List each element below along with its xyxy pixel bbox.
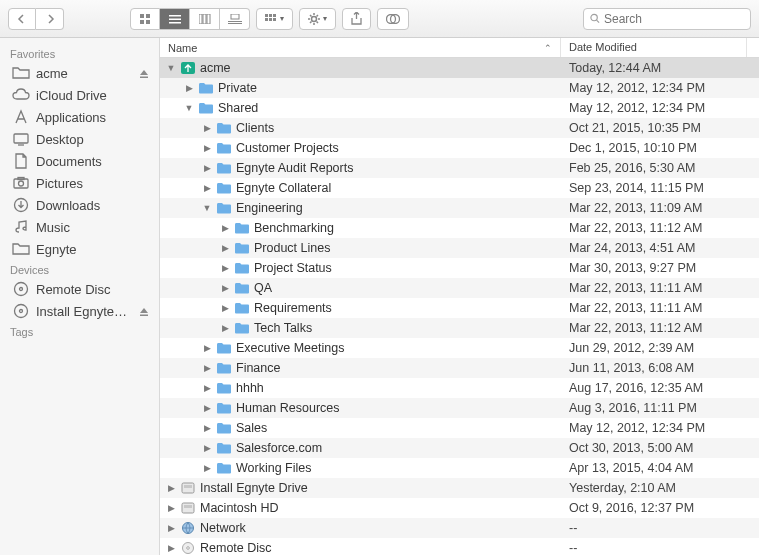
edit-tags-button[interactable] <box>377 8 409 30</box>
disclosure-triangle-icon[interactable]: ▶ <box>202 403 212 413</box>
file-row[interactable]: ▶Remote Disc-- <box>160 538 759 555</box>
file-date: Jun 29, 2012, 2:39 AM <box>561 341 747 355</box>
sidebar-item[interactable]: Downloads <box>0 194 159 216</box>
file-row[interactable]: ▶SalesMay 12, 2012, 12:34 PM <box>160 418 759 438</box>
folder-icon <box>216 141 232 155</box>
file-row[interactable]: ▶Macintosh HDOct 9, 2016, 12:37 PM <box>160 498 759 518</box>
file-date: Mar 22, 2013, 11:12 AM <box>561 321 747 335</box>
sidebar-item[interactable]: Desktop <box>0 128 159 150</box>
disclosure-triangle-icon[interactable]: ▼ <box>166 63 176 73</box>
file-row[interactable]: ▶Executive MeetingsJun 29, 2012, 2:39 AM <box>160 338 759 358</box>
file-row[interactable]: ▶Tech TalksMar 22, 2013, 11:12 AM <box>160 318 759 338</box>
disc-icon <box>12 281 30 297</box>
egnyte-icon <box>180 61 196 75</box>
sidebar-item[interactable]: Music <box>0 216 159 238</box>
sidebar-item[interactable]: Documents <box>0 150 159 172</box>
file-row[interactable]: ▶Egnyte Audit ReportsFeb 25, 2016, 5:30 … <box>160 158 759 178</box>
file-row[interactable]: ▶Project StatusMar 30, 2013, 9:27 PM <box>160 258 759 278</box>
file-row[interactable]: ▶ClientsOct 21, 2015, 10:35 PM <box>160 118 759 138</box>
file-date: Aug 17, 2016, 12:35 AM <box>561 381 747 395</box>
file-name: Clients <box>236 121 274 135</box>
disclosure-triangle-icon[interactable]: ▶ <box>166 523 176 533</box>
sidebar-item[interactable]: Pictures <box>0 172 159 194</box>
file-row[interactable]: ▶Network-- <box>160 518 759 538</box>
sidebar-item[interactable]: Install Egnyte… <box>0 300 159 322</box>
disclosure-triangle-icon[interactable]: ▶ <box>220 263 230 273</box>
disclosure-triangle-icon[interactable]: ▼ <box>202 203 212 213</box>
sort-indicator-icon: ⌃ <box>544 43 552 53</box>
arrange-button[interactable]: ▾ <box>256 8 293 30</box>
file-row[interactable]: ▶FinanceJun 11, 2013, 6:08 AM <box>160 358 759 378</box>
list-view-button[interactable] <box>160 8 190 30</box>
back-button[interactable] <box>8 8 36 30</box>
column-view-button[interactable] <box>190 8 220 30</box>
file-row[interactable]: ▶Salesforce.comOct 30, 2013, 5:00 AM <box>160 438 759 458</box>
disclosure-triangle-icon[interactable]: ▶ <box>220 323 230 333</box>
disclosure-triangle-icon[interactable]: ▶ <box>202 143 212 153</box>
disclosure-triangle-icon[interactable]: ▶ <box>220 223 230 233</box>
disclosure-triangle-icon[interactable]: ▶ <box>166 503 176 513</box>
sidebar-item-label: Desktop <box>36 132 151 147</box>
sidebar-item-label: Pictures <box>36 176 151 191</box>
file-row[interactable]: ▶Working FilesApr 13, 2015, 4:04 AM <box>160 458 759 478</box>
disclosure-triangle-icon[interactable]: ▶ <box>202 123 212 133</box>
file-row[interactable]: ▶RequirementsMar 22, 2013, 11:11 AM <box>160 298 759 318</box>
coverflow-view-button[interactable] <box>220 8 250 30</box>
eject-icon[interactable] <box>139 67 151 79</box>
disclosure-triangle-icon[interactable]: ▼ <box>184 103 194 113</box>
disclosure-triangle-icon[interactable]: ▶ <box>166 543 176 553</box>
sidebar-item-label: iCloud Drive <box>36 88 151 103</box>
disclosure-triangle-icon[interactable]: ▶ <box>202 343 212 353</box>
sidebar-item-label: Music <box>36 220 151 235</box>
file-date: Mar 22, 2013, 11:12 AM <box>561 221 747 235</box>
disclosure-triangle-icon[interactable]: ▶ <box>202 363 212 373</box>
column-header-name[interactable]: Name⌃ <box>160 38 561 57</box>
file-date: Oct 30, 2013, 5:00 AM <box>561 441 747 455</box>
sidebar-item[interactable]: acme <box>0 62 159 84</box>
sidebar-item[interactable]: Egnyte <box>0 238 159 260</box>
sidebar-item[interactable]: iCloud Drive <box>0 84 159 106</box>
file-row[interactable]: ▶Egnyte CollateralSep 23, 2014, 11:15 PM <box>160 178 759 198</box>
disclosure-triangle-icon[interactable]: ▶ <box>202 443 212 453</box>
file-row[interactable]: ▶Customer ProjectsDec 1, 2015, 10:10 PM <box>160 138 759 158</box>
disclosure-triangle-icon[interactable]: ▶ <box>202 463 212 473</box>
disclosure-triangle-icon[interactable]: ▶ <box>220 303 230 313</box>
eject-icon[interactable] <box>139 305 151 317</box>
sidebar-item[interactable]: Applications <box>0 106 159 128</box>
file-name: Install Egnyte Drive <box>200 481 308 495</box>
file-row[interactable]: ▶hhhhAug 17, 2016, 12:35 AM <box>160 378 759 398</box>
disclosure-triangle-icon[interactable]: ▶ <box>220 283 230 293</box>
disclosure-triangle-icon[interactable]: ▶ <box>184 83 194 93</box>
file-row[interactable]: ▼EngineeringMar 22, 2013, 11:09 AM <box>160 198 759 218</box>
file-row[interactable]: ▼acmeToday, 12:44 AM <box>160 58 759 78</box>
forward-button[interactable] <box>36 8 64 30</box>
file-name: Egnyte Collateral <box>236 181 331 195</box>
disclosure-triangle-icon[interactable]: ▶ <box>220 243 230 253</box>
disclosure-triangle-icon[interactable]: ▶ <box>202 423 212 433</box>
svg-point-33 <box>15 305 28 318</box>
disclosure-triangle-icon[interactable]: ▶ <box>202 383 212 393</box>
file-row[interactable]: ▶Human ResourcesAug 3, 2016, 11:11 PM <box>160 398 759 418</box>
svg-rect-7 <box>199 14 202 24</box>
share-button[interactable] <box>342 8 371 30</box>
disclosure-triangle-icon[interactable]: ▶ <box>166 483 176 493</box>
column-header-date[interactable]: Date Modified <box>561 38 747 57</box>
file-row[interactable]: ▼SharedMay 12, 2012, 12:34 PM <box>160 98 759 118</box>
file-row[interactable]: ▶Install Egnyte DriveYesterday, 2:10 AM <box>160 478 759 498</box>
search-input[interactable] <box>604 12 744 26</box>
file-row[interactable]: ▶Product LinesMar 24, 2013, 4:51 AM <box>160 238 759 258</box>
icon-view-button[interactable] <box>130 8 160 30</box>
action-button[interactable]: ▾ <box>299 8 336 30</box>
drive-icon <box>180 501 196 515</box>
file-date: Sep 23, 2014, 11:15 PM <box>561 181 747 195</box>
disclosure-triangle-icon[interactable]: ▶ <box>202 183 212 193</box>
file-row[interactable]: ▶QAMar 22, 2013, 11:11 AM <box>160 278 759 298</box>
folder-icon <box>216 381 232 395</box>
sidebar-item[interactable]: Remote Disc <box>0 278 159 300</box>
disclosure-triangle-icon[interactable]: ▶ <box>202 163 212 173</box>
file-list[interactable]: ▼acmeToday, 12:44 AM▶PrivateMay 12, 2012… <box>160 58 759 555</box>
search-field[interactable] <box>583 8 751 30</box>
sidebar-item-label: Egnyte <box>36 242 151 257</box>
file-row[interactable]: ▶BenchmarkingMar 22, 2013, 11:12 AM <box>160 218 759 238</box>
file-row[interactable]: ▶PrivateMay 12, 2012, 12:34 PM <box>160 78 759 98</box>
